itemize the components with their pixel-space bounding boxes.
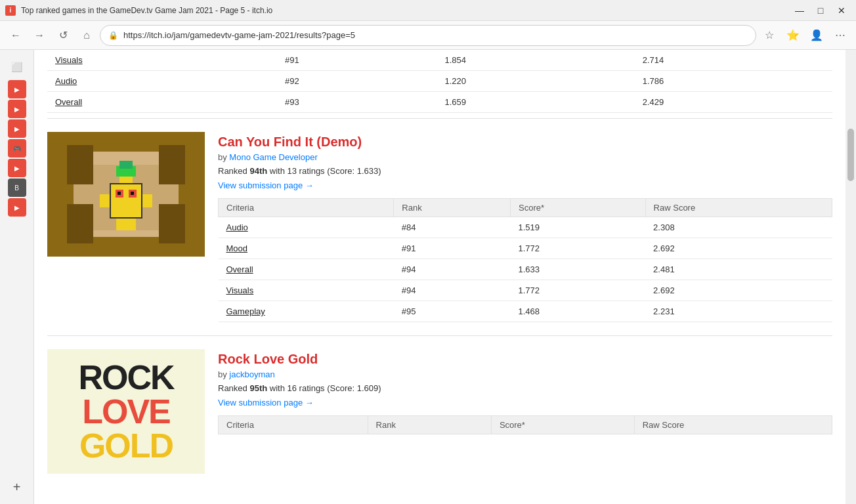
game2-col-rank: Rank <box>368 416 491 434</box>
sidebar-btn-red3[interactable]: ▶ <box>8 159 26 177</box>
game2-criteria-table: Criteria Rank Score* Raw Score <box>218 415 832 434</box>
game2-info: Rock Love Gold by jackboyman Ranked 95th… <box>218 349 832 434</box>
home-button[interactable]: ⌂ <box>76 25 97 46</box>
svg-rect-20 <box>141 184 142 217</box>
rank-cell: #93 <box>277 92 437 113</box>
svg-rect-18 <box>119 161 133 169</box>
back-button[interactable]: ← <box>5 25 26 46</box>
game1-author: by Mono Game Developer <box>218 152 832 162</box>
rlg-gold-text: GOLD <box>79 429 173 463</box>
game1-rank-number: 94th <box>249 166 267 176</box>
raw-cell: 1.786 <box>635 71 832 92</box>
svg-rect-3 <box>67 145 93 184</box>
svg-rect-10 <box>136 194 152 207</box>
rank-cell: #91 <box>277 50 437 71</box>
nav-bar: ← → ↺ ⌂ 🔒 https://itch.io/jam/gamedevtv-… <box>0 21 856 50</box>
rank-cell: #91 <box>394 238 511 259</box>
rlg-rock-text: ROCK <box>78 360 173 394</box>
address-bar[interactable]: 🔒 https://itch.io/jam/gamedevtv-game-jam… <box>100 25 756 46</box>
raw-cell: 2.692 <box>645 238 832 259</box>
sidebar-btn4[interactable]: 🎮 <box>8 139 26 158</box>
svg-rect-9 <box>100 194 116 207</box>
sidebar-tab1[interactable]: ⬜ <box>5 55 29 79</box>
game2-criteria-wrapper: Criteria Rank Score* Raw Score <box>218 415 832 434</box>
svg-rect-12 <box>126 217 136 230</box>
prev-score-row: Visuals #91 1.854 2.714 <box>47 50 832 71</box>
game1-col-rank: Rank <box>394 199 511 217</box>
game1-entry: Can You Find It (Demo) by Mono Game Deve… <box>47 132 832 322</box>
rank-cell: #94 <box>394 259 511 280</box>
criteria-cell: Audio <box>219 217 394 238</box>
svg-rect-15 <box>118 192 121 195</box>
collections-button[interactable]: ⭐ <box>782 25 803 46</box>
url-text: https://itch.io/jam/gamedevtv-game-jam-2… <box>123 30 355 40</box>
game2-entry: ROCK LOVE GOLD Rock Love Gold by jackboy… <box>47 349 832 474</box>
game1-info: Can You Find It (Demo) by Mono Game Deve… <box>218 132 832 322</box>
sidebar: ⬜ ▶ ▶ ▶ 🎮 ▶ B ▶ + <box>0 50 34 504</box>
profile-button[interactable]: 👤 <box>806 25 827 46</box>
game1-author-link[interactable]: Mono Game Developer <box>229 152 317 162</box>
favorites-button[interactable]: ☆ <box>759 25 780 46</box>
refresh-button[interactable]: ↺ <box>53 25 74 46</box>
forward-button[interactable]: → <box>29 25 50 46</box>
svg-rect-6 <box>159 204 185 243</box>
game1-criteria-table: Criteria Rank Score* Raw Score Audio #84… <box>218 198 832 322</box>
maximize-button[interactable]: □ <box>811 1 830 20</box>
game2-col-score: Score* <box>491 416 634 434</box>
section-divider2 <box>47 335 832 336</box>
prev-score-row: Audio #92 1.220 1.786 <box>47 71 832 92</box>
game1-title[interactable]: Can You Find It (Demo) <box>218 135 832 150</box>
game1-rank: Ranked 94th with 13 ratings (Score: 1.63… <box>218 166 832 176</box>
score-cell: 1.772 <box>511 280 646 301</box>
game2-rank-number: 95th <box>249 383 267 393</box>
minimize-button[interactable]: — <box>790 1 809 20</box>
sidebar-btn-red4[interactable]: ▶ <box>8 198 26 217</box>
rank-cell: #94 <box>394 280 511 301</box>
prev-score-row: Overall #93 1.659 2.429 <box>47 92 832 113</box>
svg-rect-5 <box>67 204 93 243</box>
sidebar-btn3[interactable]: ▶ <box>8 119 26 138</box>
game2-col-raw: Raw Score <box>634 416 832 434</box>
game2-rank: Ranked 95th with 16 ratings (Score: 1.60… <box>218 383 832 393</box>
nav-actions: ☆ ⭐ 👤 ⋯ <box>759 25 851 46</box>
page-title: Top ranked games in the GameDev.tv Game … <box>21 6 272 15</box>
scrollbar-thumb[interactable] <box>847 129 854 181</box>
svg-rect-4 <box>159 145 185 184</box>
game1-view-link[interactable]: View submission page → <box>218 180 314 190</box>
score-cell: 1.519 <box>511 217 646 238</box>
criteria-row: Gameplay #95 1.468 2.231 <box>219 301 832 322</box>
sidebar-btn-red2[interactable]: ▶ <box>8 100 26 118</box>
close-button[interactable]: ✕ <box>832 1 851 20</box>
content-area: Visuals #91 1.854 2.714 Audio #92 1.220 … <box>34 50 845 500</box>
scrollbar[interactable] <box>845 50 856 504</box>
game2-view-link[interactable]: View submission page → <box>218 398 314 408</box>
raw-cell: 2.308 <box>645 217 832 238</box>
sidebar-btn5[interactable]: B <box>8 178 26 197</box>
criteria-row: Overall #94 1.633 2.481 <box>219 259 832 280</box>
svg-rect-16 <box>131 192 134 195</box>
title-bar: i Top ranked games in the GameDev.tv Gam… <box>0 0 856 21</box>
menu-button[interactable]: ⋯ <box>830 25 851 46</box>
criteria-row: Mood #91 1.772 2.692 <box>219 238 832 259</box>
game2-author-link[interactable]: jackboyman <box>229 369 274 379</box>
score-cell: 1.220 <box>437 71 634 92</box>
raw-cell: 2.714 <box>635 50 832 71</box>
game1-thumbnail <box>47 132 205 257</box>
rank-cell: #92 <box>277 71 437 92</box>
sidebar-add-button[interactable]: + <box>5 475 29 499</box>
prev-scores-table: Visuals #91 1.854 2.714 Audio #92 1.220 … <box>47 50 832 113</box>
score-cell: 1.659 <box>437 92 634 113</box>
score-cell: 1.468 <box>511 301 646 322</box>
game1-col-criteria: Criteria <box>219 199 394 217</box>
svg-rect-22 <box>110 217 142 219</box>
criteria-cell: Visuals <box>47 50 277 71</box>
sidebar-btn-red1[interactable]: ▶ <box>8 80 26 98</box>
game1-col-raw: Raw Score <box>645 199 832 217</box>
svg-rect-19 <box>110 184 111 217</box>
game2-title[interactable]: Rock Love Gold <box>218 352 832 367</box>
raw-cell: 2.481 <box>645 259 832 280</box>
criteria-cell: Overall <box>219 259 394 280</box>
window-controls: — □ ✕ <box>790 1 851 20</box>
game2-rank-suffix: with 16 ratings (Score: 1.609) <box>270 383 381 393</box>
criteria-cell: Gameplay <box>219 301 394 322</box>
